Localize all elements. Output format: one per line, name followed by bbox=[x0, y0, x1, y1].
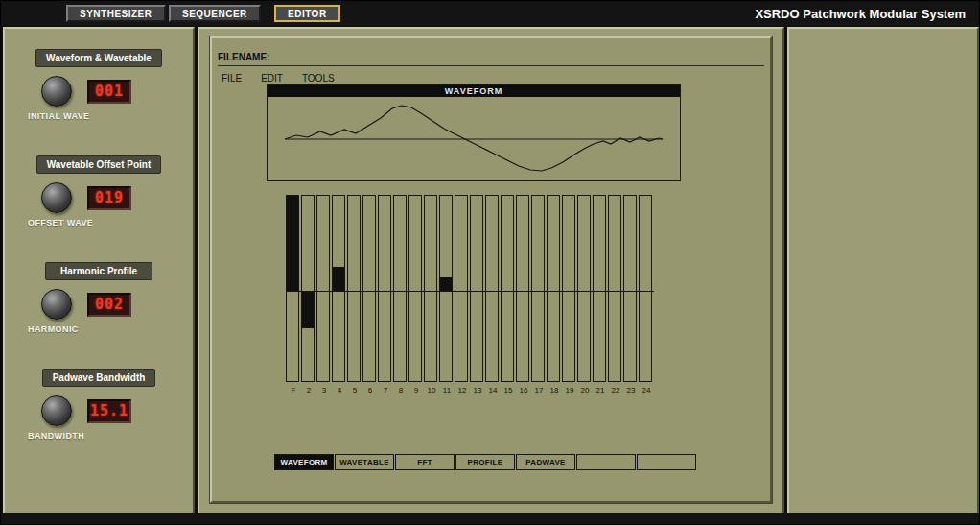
initial-wave-label: INITIAL WAVE bbox=[28, 111, 193, 121]
tick-label-19: 19 bbox=[562, 386, 577, 394]
harmonic-column-13[interactable] bbox=[470, 195, 483, 382]
harmonic-label: HARMONIC bbox=[28, 324, 193, 334]
tab-waveform[interactable]: WAVEFORM bbox=[274, 454, 334, 470]
harmonic-axis-labels: F23456789101112131415161718192021222324 bbox=[286, 386, 660, 394]
harmonic-column-12[interactable] bbox=[455, 195, 468, 382]
harmonic-column-F[interactable] bbox=[286, 195, 299, 382]
tick-label-23: 23 bbox=[623, 386, 639, 394]
initial-wave-display: 001 bbox=[87, 80, 131, 104]
waveform-curve bbox=[268, 97, 680, 180]
harmonic-column-19[interactable] bbox=[562, 195, 575, 382]
harmonic-column-18[interactable] bbox=[547, 195, 560, 382]
bandwidth-knob[interactable] bbox=[41, 395, 72, 426]
left-control-panel: Waveform & Wavetable 001 INITIAL WAVE Wa… bbox=[3, 27, 195, 514]
menu-edit[interactable]: EDIT bbox=[261, 73, 283, 84]
tick-label-2: 2 bbox=[301, 386, 316, 394]
tab-profile[interactable]: PROFILE bbox=[455, 454, 515, 470]
harmonic-bar-11 bbox=[440, 277, 452, 291]
tick-label-24: 24 bbox=[639, 386, 654, 394]
tick-label-10: 10 bbox=[424, 386, 439, 394]
synthesizer-button[interactable]: SYNTHESIZER bbox=[66, 5, 166, 22]
tick-label-8: 8 bbox=[393, 386, 408, 394]
sequencer-button[interactable]: SEQUENCER bbox=[169, 5, 261, 22]
harmonic-column-5[interactable] bbox=[347, 195, 361, 382]
harmonic-column-20[interactable] bbox=[577, 195, 591, 382]
harmonic-knob[interactable] bbox=[41, 289, 72, 320]
editor-surface: FILENAME: FILE EDIT TOOLS WAVEFORM F2345… bbox=[210, 36, 772, 503]
menu-tools[interactable]: TOOLS bbox=[302, 73, 335, 84]
right-panel bbox=[787, 27, 979, 514]
section-harmonic: Harmonic Profile 002 HARMONIC bbox=[5, 262, 193, 334]
bandwidth-label: BANDWIDTH bbox=[28, 431, 193, 441]
editor-button[interactable]: EDITOR bbox=[274, 5, 340, 22]
harmonic-column-6[interactable] bbox=[362, 195, 376, 382]
harmonic-column-24[interactable] bbox=[639, 195, 652, 382]
tick-label-14: 14 bbox=[485, 386, 501, 394]
harmonic-bar-F bbox=[287, 196, 298, 291]
top-menu-bar: SYNTHESIZER SEQUENCER EDITOR XSRDO Patch… bbox=[1, 1, 979, 26]
offset-wave-knob[interactable] bbox=[41, 182, 72, 213]
harmonic-column-16[interactable] bbox=[516, 195, 529, 382]
section-initial-wave: Waveform & Wavetable 001 INITIAL WAVE bbox=[5, 49, 193, 121]
tab-padwave[interactable]: PADWAVE bbox=[516, 454, 575, 470]
harmonic-column-21[interactable] bbox=[593, 195, 606, 382]
tab-fft[interactable]: FFT bbox=[395, 454, 455, 470]
menu-file[interactable]: FILE bbox=[222, 73, 242, 84]
harmonic-column-14[interactable] bbox=[485, 195, 499, 382]
harmonic-column-2[interactable] bbox=[301, 195, 315, 382]
editor-tab-row: WAVEFORMWAVETABLEFFTPROFILEPADWAVE bbox=[274, 454, 697, 470]
harmonic-bar-4 bbox=[333, 267, 344, 291]
harmonic-column-23[interactable] bbox=[623, 195, 637, 382]
harmonic-column-17[interactable] bbox=[531, 195, 545, 382]
waveform-display-title: WAVEFORM bbox=[268, 85, 680, 97]
harmonic-column-9[interactable] bbox=[408, 195, 422, 382]
bandwidth-display: 15.1 bbox=[87, 399, 131, 423]
harmonic-column-22[interactable] bbox=[608, 195, 621, 382]
harmonic-bar-2 bbox=[302, 291, 314, 328]
initial-wave-knob[interactable] bbox=[41, 76, 72, 107]
tick-label-5: 5 bbox=[347, 386, 362, 394]
filename-row: FILENAME: bbox=[218, 52, 764, 66]
section-header-harmonic-profile: Harmonic Profile bbox=[45, 262, 152, 280]
section-header-wavetable-offset: Wavetable Offset Point bbox=[36, 155, 162, 174]
tick-label-20: 20 bbox=[577, 386, 593, 394]
harmonic-column-11[interactable] bbox=[439, 195, 453, 382]
section-header-waveform-wavetable: Waveform & Wavetable bbox=[35, 49, 162, 67]
filename-label: FILENAME: bbox=[218, 52, 269, 62]
tick-label-17: 17 bbox=[531, 386, 547, 394]
tick-label-15: 15 bbox=[501, 386, 516, 394]
app-window: SYNTHESIZER SEQUENCER EDITOR XSRDO Patch… bbox=[0, 0, 980, 525]
harmonic-column-3[interactable] bbox=[316, 195, 330, 382]
tick-label-4: 4 bbox=[332, 386, 347, 394]
tick-label-F: F bbox=[286, 386, 301, 394]
editor-panel: FILENAME: FILE EDIT TOOLS WAVEFORM F2345… bbox=[198, 27, 784, 514]
tick-label-13: 13 bbox=[470, 386, 485, 394]
tab-blank-7[interactable] bbox=[637, 454, 696, 470]
tab-wavetable[interactable]: WAVETABLE bbox=[335, 454, 394, 470]
harmonic-display: 002 bbox=[87, 293, 131, 317]
harmonic-column-10[interactable] bbox=[424, 195, 437, 382]
bottom-bar bbox=[1, 513, 979, 524]
offset-wave-label: OFFSET WAVE bbox=[28, 218, 193, 227]
tick-label-12: 12 bbox=[455, 386, 470, 394]
tick-label-7: 7 bbox=[378, 386, 393, 394]
tick-label-21: 21 bbox=[593, 386, 608, 394]
harmonic-column-8[interactable] bbox=[393, 195, 407, 382]
harmonic-bar-editor[interactable] bbox=[286, 195, 658, 382]
tick-label-18: 18 bbox=[547, 386, 562, 394]
harmonic-column-7[interactable] bbox=[378, 195, 391, 382]
harmonic-column-15[interactable] bbox=[501, 195, 514, 382]
offset-wave-display: 019 bbox=[87, 186, 131, 210]
tick-label-9: 9 bbox=[408, 386, 424, 394]
section-header-padwave-bandwidth: Padwave Bandwidth bbox=[42, 369, 156, 387]
menu-bar: FILE EDIT TOOLS bbox=[222, 73, 335, 84]
waveform-display: WAVEFORM bbox=[267, 84, 681, 181]
tick-label-16: 16 bbox=[516, 386, 531, 394]
zero-axis-line bbox=[286, 291, 654, 292]
tab-blank-6[interactable] bbox=[576, 454, 636, 470]
harmonic-column-4[interactable] bbox=[332, 195, 345, 382]
tick-label-3: 3 bbox=[316, 386, 332, 394]
tick-label-11: 11 bbox=[439, 386, 455, 394]
section-bandwidth: Padwave Bandwidth 15.1 BANDWIDTH bbox=[5, 369, 193, 441]
app-title: XSRDO Patchwork Modular System bbox=[755, 7, 966, 21]
